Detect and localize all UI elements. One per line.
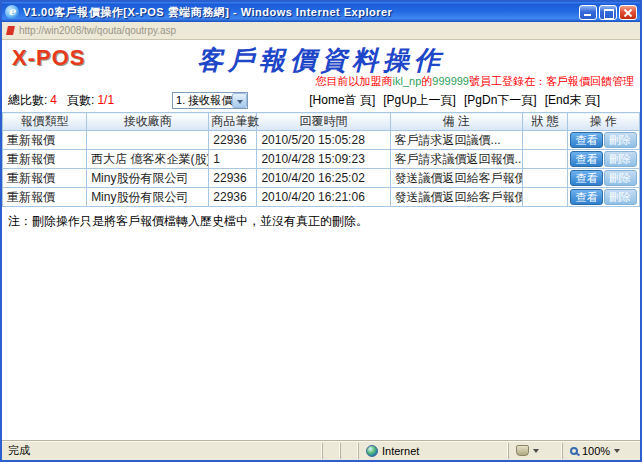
login-suffix: 號員工登錄在： bbox=[469, 75, 546, 87]
table-row: 重新報價 Miny股份有限公司 22936 2010/4/20 16:21:06… bbox=[3, 188, 640, 207]
minimize-button[interactable] bbox=[579, 5, 597, 20]
protected-mode-control[interactable] bbox=[508, 443, 562, 459]
col-note: 備 注 bbox=[390, 113, 522, 131]
table-row: 重新報價 22936 2010/5/20 15:05:28 客戶請求返回議價..… bbox=[3, 131, 640, 150]
table-row: 重新報價 西大店 億客來企業(股)公司 1 2010/4/28 15:09:23… bbox=[3, 150, 640, 169]
status-text: 完成 bbox=[2, 443, 322, 458]
cell-actions: 查看 刪除 bbox=[567, 169, 639, 188]
chevron-down-icon[interactable] bbox=[533, 449, 539, 456]
chevron-down-icon[interactable] bbox=[232, 93, 247, 108]
cell-note: 客戶請求返回議價... bbox=[390, 131, 522, 150]
total-count-label: 總比數: bbox=[8, 92, 47, 109]
view-button[interactable]: 查看 bbox=[570, 189, 603, 205]
title-bar: e V1.00客戶報價操作[X-POS 雲端商務網] - Windows Int… bbox=[2, 2, 640, 22]
cell-note: 發送議價返回給客戶報價... bbox=[390, 188, 522, 207]
cell-reply-time: 2010/4/20 16:21:06 bbox=[257, 188, 390, 207]
address-url: http://win2008/tw/qouta/qoutrpy.asp bbox=[19, 25, 176, 36]
ie-icon: e bbox=[5, 5, 19, 19]
delete-button[interactable]: 刪除 bbox=[604, 189, 637, 205]
col-item-count: 商品筆數 bbox=[209, 113, 257, 131]
view-button[interactable]: 查看 bbox=[570, 151, 603, 167]
cell-status bbox=[522, 150, 567, 169]
status-bar: 完成 Internet 100% bbox=[2, 440, 640, 460]
page-header: X-POS 客戶報價資料操作 您目前以加盟商ikl_np的999999號員工登錄… bbox=[2, 40, 640, 90]
status-separator bbox=[340, 443, 358, 459]
page-count-label: 頁數: bbox=[67, 92, 94, 109]
nav-home-link[interactable]: [Home首 頁] bbox=[309, 92, 375, 109]
module-name: 客戶報價回饋管理 bbox=[546, 75, 634, 87]
nav-pgup-link[interactable]: [PgUp上一頁] bbox=[383, 92, 456, 109]
nav-end-link[interactable]: [End末 頁] bbox=[545, 92, 600, 109]
view-button[interactable]: 查看 bbox=[570, 132, 603, 148]
cell-reply-time: 2010/4/20 16:25:02 bbox=[257, 169, 390, 188]
status-separator bbox=[322, 443, 340, 459]
cell-quote-type: 重新報價 bbox=[3, 150, 87, 169]
quote-type-select[interactable]: 1. 接收報價 bbox=[172, 92, 248, 109]
cell-reply-time: 2010/5/20 15:05:28 bbox=[257, 131, 390, 150]
cell-actions: 查看 刪除 bbox=[567, 188, 639, 207]
col-quote-type: 報價類型 bbox=[3, 113, 87, 131]
cell-actions: 查看 刪除 bbox=[567, 131, 639, 150]
login-prefix: 您目前以加盟商 bbox=[316, 75, 393, 87]
cell-item-count: 1 bbox=[209, 150, 257, 169]
delete-button[interactable]: 刪除 bbox=[604, 170, 637, 186]
delete-note: 注：刪除操作只是將客戶報價檔轉入歷史檔中，並沒有真正的刪除。 bbox=[2, 207, 640, 236]
address-bar[interactable]: http://win2008/tw/qouta/qoutrpy.asp bbox=[2, 22, 640, 40]
internet-globe-icon bbox=[366, 445, 378, 457]
view-button[interactable]: 查看 bbox=[570, 170, 603, 186]
cell-vendor: 西大店 億客來企業(股)公司 bbox=[87, 150, 209, 169]
cell-note: 客戶請求議價返回報價... bbox=[390, 150, 522, 169]
maximize-button[interactable] bbox=[599, 5, 617, 20]
toolbar: 總比數: 4 頁數: 1/1 1. 接收報價 [Home首 頁] [PgUp上一… bbox=[2, 90, 640, 110]
zone-label: Internet bbox=[382, 445, 419, 457]
login-status-line: 您目前以加盟商ikl_np的999999號員工登錄在：客戶報價回饋管理 bbox=[316, 74, 634, 89]
page-content: X-POS 客戶報價資料操作 您目前以加盟商ikl_np的999999號員工登錄… bbox=[2, 40, 640, 440]
cell-item-count: 22936 bbox=[209, 131, 257, 150]
table-row: 重新報價 Miny股份有限公司 22936 2010/4/20 16:25:02… bbox=[3, 169, 640, 188]
window-controls bbox=[579, 5, 637, 20]
col-vendor: 接收廠商 bbox=[87, 113, 209, 131]
cell-status bbox=[522, 188, 567, 207]
cell-note: 發送議價返回給客戶報價... bbox=[390, 169, 522, 188]
cell-vendor: Miny股份有限公司 bbox=[87, 169, 209, 188]
page-count-value: 1/1 bbox=[97, 93, 114, 107]
window-title: V1.00客戶報價操作[X-POS 雲端商務網] - Windows Inter… bbox=[23, 5, 579, 20]
table-header-row: 報價類型 接收廠商 商品筆數 回覆時間 備 注 狀 態 操 作 bbox=[3, 113, 640, 131]
pagination-links: [Home首 頁] [PgUp上一頁] [PgDn下一頁] [End末 頁] bbox=[309, 92, 600, 109]
zoom-control[interactable]: 100% bbox=[562, 443, 640, 459]
cell-status bbox=[522, 169, 567, 188]
ie-window: e V1.00客戶報價操作[X-POS 雲端商務網] - Windows Int… bbox=[0, 0, 642, 462]
page-title: 客戶報價資料操作 bbox=[2, 40, 640, 78]
protected-mode-icon bbox=[516, 445, 529, 456]
cell-item-count: 22936 bbox=[209, 169, 257, 188]
col-reply-time: 回覆時間 bbox=[257, 113, 390, 131]
total-count-value: 4 bbox=[50, 93, 57, 107]
chevron-down-icon[interactable] bbox=[614, 449, 620, 456]
security-zone: Internet bbox=[358, 443, 508, 459]
delete-button[interactable]: 刪除 bbox=[604, 132, 637, 148]
cell-reply-time: 2010/4/28 15:09:23 bbox=[257, 150, 390, 169]
nav-pgdn-link[interactable]: [PgDn下一頁] bbox=[464, 92, 537, 109]
col-status: 狀 態 bbox=[522, 113, 567, 131]
cell-item-count: 22936 bbox=[209, 188, 257, 207]
cell-quote-type: 重新報價 bbox=[3, 131, 87, 150]
quotes-table: 報價類型 接收廠商 商品筆數 回覆時間 備 注 狀 態 操 作 重新報價 229… bbox=[2, 112, 640, 207]
cell-vendor bbox=[87, 131, 209, 150]
cell-quote-type: 重新報價 bbox=[3, 169, 87, 188]
page-icon bbox=[6, 25, 15, 36]
quote-type-selected: 1. 接收報價 bbox=[173, 93, 232, 108]
merchant-id: ikl_np bbox=[393, 75, 422, 87]
xpos-logo: X-POS bbox=[12, 45, 85, 71]
col-actions: 操 作 bbox=[567, 113, 639, 131]
cell-quote-type: 重新報價 bbox=[3, 188, 87, 207]
close-button[interactable] bbox=[619, 5, 637, 20]
employee-no: 999999 bbox=[432, 75, 469, 87]
magnifier-icon bbox=[570, 447, 578, 455]
login-of: 的 bbox=[421, 75, 432, 87]
cell-actions: 查看 刪除 bbox=[567, 150, 639, 169]
cell-status bbox=[522, 131, 567, 150]
cell-vendor: Miny股份有限公司 bbox=[87, 188, 209, 207]
delete-button[interactable]: 刪除 bbox=[604, 151, 637, 167]
zoom-level: 100% bbox=[582, 445, 610, 457]
